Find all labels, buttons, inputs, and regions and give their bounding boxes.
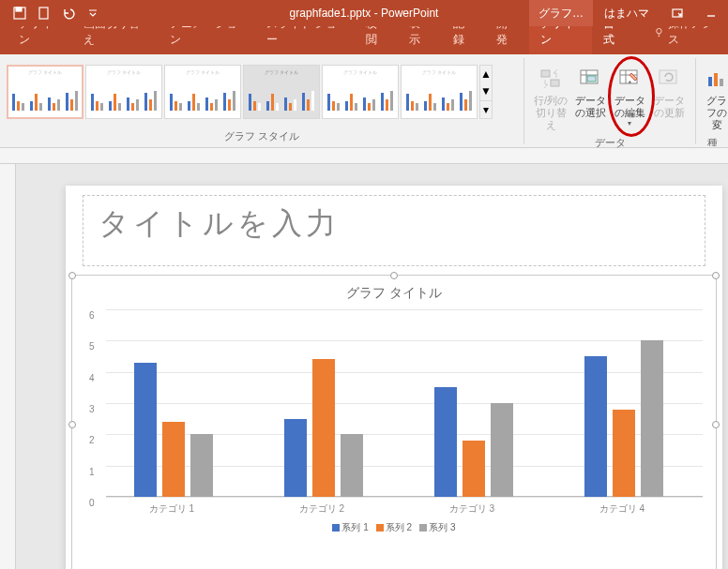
chart-type-group-label: 種 (703, 134, 721, 147)
document-title: graphfade1.pptx - PowerPoint (290, 7, 439, 20)
chart-type-group: グラフの変 種 (696, 54, 728, 147)
svg-rect-9 (551, 80, 559, 86)
edit-data-icon (618, 67, 641, 90)
svg-rect-19 (714, 73, 718, 86)
svg-rect-1 (16, 7, 22, 11)
resize-handle-ne[interactable] (712, 272, 720, 279)
chart-bar[interactable] (434, 387, 457, 497)
refresh-data-button[interactable]: データの更新 (649, 63, 689, 134)
chart-area[interactable]: グラフ タイトル 0123456カテゴリ 1カテゴリ 2カテゴリ 3カテゴリ 4… (85, 281, 703, 567)
svg-rect-18 (708, 77, 712, 86)
category-axis-label: カテゴリ 2 (275, 502, 369, 516)
chart-bar[interactable] (312, 359, 335, 497)
user-name[interactable]: はまハマ (593, 6, 660, 22)
slide[interactable]: タイトルを入力 グラフ タイトル 0123456カテゴリ 1カテゴリ 2カテゴリ… (66, 186, 722, 569)
chart-style-2[interactable]: グラフ タイトル (85, 65, 162, 119)
resize-handle-e[interactable] (712, 421, 720, 428)
category-group[interactable] (134, 363, 213, 497)
ribbon-body: グラフ タイトル グラフ タイトル グラフ タイトル グラフ タイトル グラフ … (0, 54, 728, 148)
svg-rect-2 (39, 7, 48, 19)
change-chart-type-button[interactable]: グラフの変 (703, 63, 728, 134)
svg-rect-13 (587, 76, 596, 82)
title-bar: graphfade1.pptx - PowerPoint グラフ… はまハマ (0, 0, 728, 26)
resize-handle-w[interactable] (68, 421, 76, 428)
chevron-down-icon: ▾ (628, 119, 631, 128)
chart-object[interactable]: グラフ タイトル 0123456カテゴリ 1カテゴリ 2カテゴリ 3カテゴリ 4… (71, 275, 717, 569)
svg-point-5 (657, 28, 661, 33)
refresh-data-icon (658, 67, 680, 90)
legend-item[interactable]: 系列 1 (332, 522, 368, 532)
y-tick-label: 6 (89, 310, 95, 321)
style-gallery-more-button[interactable]: ▲ ▼ ▾ (479, 65, 493, 119)
ruler-horizontal[interactable] (0, 148, 728, 164)
chart-tools-context-tab[interactable]: グラフ… (529, 0, 593, 26)
minimize-button[interactable] (694, 1, 728, 25)
save-button[interactable] (8, 2, 32, 24)
lightbulb-icon (654, 26, 664, 37)
svg-rect-20 (720, 79, 723, 86)
edit-data-button[interactable]: データの編集 ▾ (610, 63, 649, 134)
chart-style-1[interactable]: グラフ タイトル (7, 65, 83, 119)
y-tick-label: 1 (89, 466, 95, 476)
svg-rect-8 (541, 70, 550, 77)
category-axis-label: カテゴリ 1 (125, 502, 219, 516)
data-group: 行/列の切り替え データの選択 データの編集 ▾ データの更新 データ (524, 54, 695, 147)
chart-styles-group-label: グラフ スタイル (7, 127, 517, 146)
y-tick-label: 0 (89, 498, 95, 508)
change-chart-type-icon (705, 67, 728, 90)
chart-legend[interactable]: 系列 1系列 2系列 3 (85, 521, 703, 534)
select-data-button[interactable]: データの選択 (570, 63, 610, 134)
qat-customize-button[interactable] (81, 2, 105, 24)
chart-style-6[interactable]: グラフ タイトル (401, 65, 478, 119)
chart-bar[interactable] (162, 422, 185, 497)
chart-bar[interactable] (190, 434, 213, 497)
chart-style-5[interactable]: グラフ タイトル (322, 65, 399, 119)
y-tick-label: 2 (89, 435, 95, 445)
category-group[interactable] (284, 359, 363, 497)
chart-bar[interactable] (641, 340, 663, 497)
ribbon-tab-row: デザイン 画面切り替え アニメーション スライド ショー 校閲 表示 記録 開発… (0, 26, 728, 54)
category-group[interactable] (584, 340, 663, 497)
chart-plot-area[interactable]: 0123456カテゴリ 1カテゴリ 2カテゴリ 3カテゴリ 4 (106, 309, 703, 497)
resize-handle-n[interactable] (390, 272, 398, 279)
chart-bar[interactable] (613, 410, 635, 497)
switch-rowcol-icon (539, 67, 562, 90)
chart-bar[interactable] (284, 419, 307, 497)
chart-styles-group: グラフ タイトル グラフ タイトル グラフ タイトル グラフ タイトル グラフ … (0, 54, 523, 147)
chart-style-3[interactable]: グラフ タイトル (164, 65, 241, 119)
chart-style-4[interactable]: グラフ タイトル (243, 65, 320, 119)
undo-button[interactable] (56, 2, 81, 24)
chart-bar[interactable] (463, 441, 485, 497)
chart-bar[interactable] (341, 434, 363, 497)
slide-editor: タイトルを入力 グラフ タイトル 0123456カテゴリ 1カテゴリ 2カテゴリ… (0, 148, 728, 569)
resize-handle-nw[interactable] (68, 272, 76, 279)
legend-item[interactable]: 系列 2 (376, 522, 412, 532)
gridline (106, 497, 703, 498)
y-tick-label: 4 (89, 372, 95, 382)
ribbon-display-options-button[interactable] (660, 1, 694, 25)
chart-bar[interactable] (491, 403, 513, 497)
category-axis-label: カテゴリ 4 (575, 502, 669, 516)
y-tick-label: 3 (89, 404, 95, 414)
select-data-icon (579, 67, 601, 90)
switch-rowcol-button[interactable]: 行/列の切り替え (531, 63, 570, 134)
ruler-vertical[interactable] (0, 164, 16, 569)
new-button[interactable] (32, 2, 56, 24)
category-group[interactable] (434, 387, 513, 497)
chart-bar[interactable] (584, 356, 607, 497)
chart-bar[interactable] (134, 363, 157, 497)
quick-access-toolbar (0, 0, 105, 26)
gridline (106, 309, 703, 310)
y-tick-label: 5 (89, 341, 95, 352)
slide-title-placeholder[interactable]: タイトルを入力 (83, 195, 705, 266)
legend-item[interactable]: 系列 3 (419, 522, 455, 532)
category-axis-label: カテゴリ 3 (425, 502, 519, 516)
chart-style-gallery[interactable]: グラフ タイトル グラフ タイトル グラフ タイトル グラフ タイトル グラフ … (7, 59, 517, 119)
chart-title[interactable]: グラフ タイトル (85, 285, 703, 302)
